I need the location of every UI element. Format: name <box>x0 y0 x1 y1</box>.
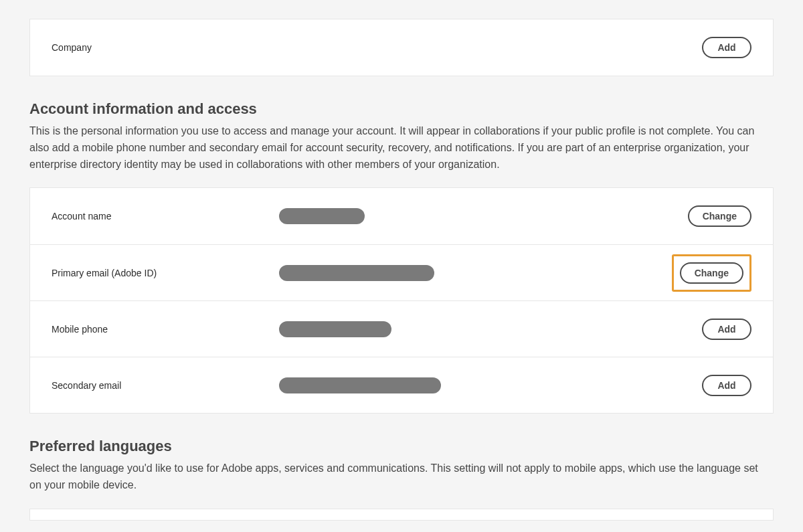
account-info-card: Account name Change Primary email (Adobe… <box>29 187 774 414</box>
mobile-phone-add-button[interactable]: Add <box>702 319 751 340</box>
account-name-row: Account name Change <box>30 188 773 244</box>
mobile-phone-label: Mobile phone <box>52 324 279 335</box>
primary-email-redacted <box>279 265 434 281</box>
account-name-change-button[interactable]: Change <box>688 205 751 227</box>
primary-email-row: Primary email (Adobe ID) Change <box>30 244 773 300</box>
languages-section-title: Preferred languages <box>29 438 774 455</box>
company-row: Company Add <box>30 19 773 76</box>
company-card: Company Add <box>29 19 774 76</box>
secondary-email-add-button[interactable]: Add <box>702 375 751 396</box>
company-label: Company <box>52 42 279 53</box>
primary-email-change-highlight: Change <box>672 254 751 292</box>
secondary-email-row: Secondary email Add <box>30 357 773 413</box>
company-add-button[interactable]: Add <box>702 37 751 58</box>
mobile-phone-redacted <box>279 321 391 337</box>
account-name-redacted <box>279 208 365 224</box>
primary-email-label: Primary email (Adobe ID) <box>52 268 279 278</box>
languages-section-description: Select the language you'd like to use fo… <box>29 460 766 494</box>
languages-card-top <box>29 509 774 521</box>
mobile-phone-row: Mobile phone Add <box>30 300 773 357</box>
account-section-title: Account information and access <box>29 100 774 118</box>
account-section-description: This is the personal information you use… <box>29 123 766 173</box>
secondary-email-redacted <box>279 377 441 393</box>
primary-email-change-button[interactable]: Change <box>680 262 743 284</box>
secondary-email-label: Secondary email <box>52 380 279 391</box>
account-name-label: Account name <box>52 211 279 221</box>
